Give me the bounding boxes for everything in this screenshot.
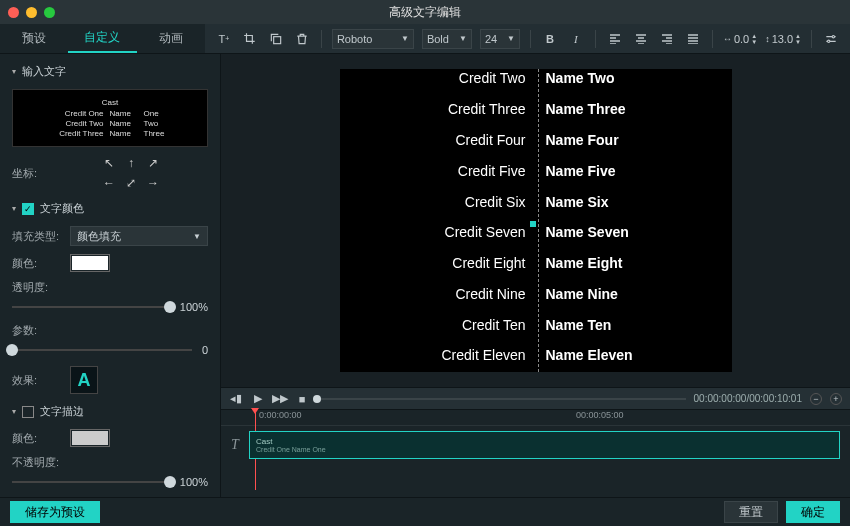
playback-controls: ◂▮ ▶ ▶▶ ■ 00:00:00:00/00:00:10:01 − + [221, 387, 850, 409]
stroke-opacity-slider[interactable] [12, 474, 170, 490]
credit-row[interactable]: Credit TwoName Two [340, 69, 732, 94]
align-left-icon[interactable] [606, 30, 624, 48]
credit-row[interactable]: Credit SixName Six [340, 186, 732, 217]
settings-icon[interactable] [822, 30, 840, 48]
timeline-track: T Cast Credit One Name One [221, 430, 850, 460]
align-justify-icon[interactable] [684, 30, 702, 48]
text-track-icon: T [221, 437, 249, 453]
sidebar-tabs: 预设 自定义 动画 [0, 24, 205, 53]
italic-button[interactable]: I [567, 30, 585, 48]
font-size-select[interactable]: 24▼ [480, 29, 520, 49]
alignment-grid: ↖ ↑ ↗ ← ⤢ → [100, 155, 162, 191]
svg-point-2 [828, 40, 830, 42]
footer: 储存为预设 重置 确定 [0, 497, 850, 526]
playback-time: 00:00:00:00/00:00:10:01 [694, 393, 802, 404]
credit-row[interactable]: Credit TwelveName Twelve [340, 371, 732, 372]
letter-spacing-input[interactable]: ↔0.0▲▼ [723, 33, 757, 45]
window-controls [8, 7, 55, 18]
text-effect-button[interactable]: A [70, 366, 98, 394]
align-tl-button[interactable]: ↖ [100, 155, 118, 171]
stroke-color-swatch[interactable] [70, 429, 110, 447]
line-height-input[interactable]: ↕13.0▲▼ [765, 33, 801, 45]
save-preset-button[interactable]: 储存为预设 [10, 501, 100, 523]
zoom-out-button[interactable]: − [810, 393, 822, 405]
section-input-text[interactable]: ▾输入文字 [0, 58, 220, 85]
credit-row[interactable]: Credit FiveName Five [340, 155, 732, 186]
credit-row[interactable]: Credit EightName Eight [340, 248, 732, 279]
timeline: 0:00:00:00 00:00:05:00 T Cast Credit One… [221, 409, 850, 497]
align-c-button[interactable]: ⤢ [122, 175, 140, 191]
font-family-select[interactable]: Roboto▼ [332, 29, 414, 49]
credit-row[interactable]: Credit TenName Ten [340, 309, 732, 340]
preview-canvas[interactable]: Credit TwoName TwoCredit ThreeName Three… [340, 69, 732, 372]
close-window-button[interactable] [8, 7, 19, 18]
next-frame-button[interactable]: ▶▶ [273, 392, 287, 406]
align-tr-button[interactable]: ↗ [144, 155, 162, 171]
font-weight-select[interactable]: Bold▼ [422, 29, 472, 49]
stop-button[interactable]: ■ [295, 392, 309, 406]
opacity-slider[interactable] [12, 299, 170, 315]
section-text-stroke[interactable]: ▾文字描边 [0, 398, 220, 425]
maximize-window-button[interactable] [44, 7, 55, 18]
section-text-color[interactable]: ▾✓文字颜色 [0, 195, 220, 222]
minimize-window-button[interactable] [26, 7, 37, 18]
align-t-button[interactable]: ↑ [122, 155, 140, 171]
timeline-ruler[interactable]: 0:00:00:00 00:00:05:00 [221, 410, 850, 426]
credit-row[interactable]: Credit FourName Four [340, 125, 732, 156]
align-r-button[interactable]: → [144, 175, 162, 191]
param-slider[interactable] [12, 342, 192, 358]
credit-row[interactable]: Credit ElevenName Eleven [340, 340, 732, 371]
tab-custom[interactable]: 自定义 [68, 24, 136, 53]
prev-frame-button[interactable]: ◂▮ [229, 392, 243, 406]
delete-icon[interactable] [293, 30, 311, 48]
ok-button[interactable]: 确定 [786, 501, 840, 523]
zoom-in-button[interactable]: + [830, 393, 842, 405]
titlebar: 高级文字编辑 [0, 0, 850, 24]
playback-scrubber[interactable] [317, 398, 686, 400]
align-center-icon[interactable] [632, 30, 650, 48]
text-preview-thumb[interactable]: Cast Credit OneNameOneCredit TwoNameTwoC… [12, 89, 208, 147]
coord-row: 坐标: ↖ ↑ ↗ ← ⤢ → [0, 151, 220, 195]
reset-button[interactable]: 重置 [724, 501, 778, 523]
copy-icon[interactable] [267, 30, 285, 48]
tab-preset[interactable]: 预设 [0, 24, 68, 53]
window-title: 高级文字编辑 [389, 4, 461, 21]
text-color-swatch[interactable] [70, 254, 110, 272]
align-l-button[interactable]: ← [100, 175, 118, 191]
credit-row[interactable]: Credit NineName Nine [340, 278, 732, 309]
preview-area: Credit TwoName TwoCredit ThreeName Three… [220, 54, 850, 497]
sidebar: ▾输入文字 Cast Credit OneNameOneCredit TwoNa… [0, 54, 220, 497]
credit-row[interactable]: Credit ThreeName Three [340, 94, 732, 125]
fill-type-select[interactable]: 颜色填充▼ [70, 226, 208, 246]
tab-animation[interactable]: 动画 [137, 24, 205, 53]
crop-icon[interactable] [241, 30, 259, 48]
text-color-checkbox[interactable]: ✓ [22, 203, 34, 215]
text-toolbar: T+ Roboto▼ Bold▼ 24▼ B I ↔0.0▲▼ ↕13.0▲▼ [205, 24, 850, 53]
add-text-icon[interactable]: T+ [215, 30, 233, 48]
play-button[interactable]: ▶ [251, 392, 265, 406]
timeline-clip[interactable]: Cast Credit One Name One [249, 431, 840, 459]
selection-handle-left[interactable] [530, 221, 536, 227]
svg-rect-0 [274, 36, 281, 43]
text-stroke-checkbox[interactable] [22, 406, 34, 418]
credit-row[interactable]: Credit SevenName Seven [340, 217, 732, 248]
svg-point-1 [832, 35, 834, 37]
align-right-icon[interactable] [658, 30, 676, 48]
bold-button[interactable]: B [541, 30, 559, 48]
